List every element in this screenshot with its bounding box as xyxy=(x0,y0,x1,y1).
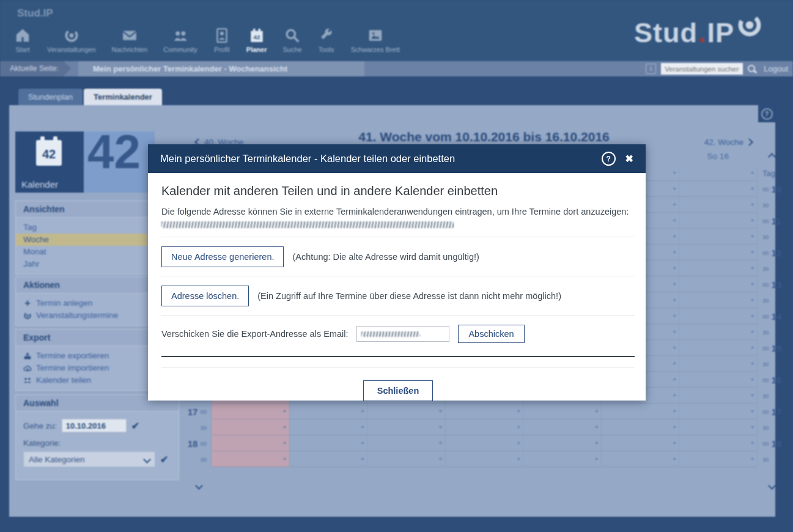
add-appointment-icon[interactable]: + xyxy=(517,424,520,430)
topbar-right: i Logout xyxy=(646,61,788,76)
add-appointment-icon[interactable]: + xyxy=(751,169,754,176)
nav-item-nachrichten[interactable]: Nachrichten xyxy=(104,27,156,53)
goto-date-input[interactable] xyxy=(62,419,127,432)
scroll-up-icon[interactable] xyxy=(768,153,776,161)
course-search-input[interactable] xyxy=(661,63,743,75)
scroll-down-icon[interactable] xyxy=(195,482,203,490)
nav-label: Profil xyxy=(214,46,229,53)
add-appointment-icon[interactable]: + xyxy=(673,392,676,399)
add-appointment-icon[interactable]: + xyxy=(673,312,676,319)
add-appointment-icon[interactable]: + xyxy=(673,217,676,224)
nav-item-veranstaltungen[interactable]: Veranstaltungen xyxy=(39,27,104,53)
add-appointment-icon[interactable]: + xyxy=(673,360,676,367)
add-appointment-icon[interactable]: + xyxy=(282,456,286,462)
add-appointment-icon[interactable]: + xyxy=(673,456,676,462)
add-appointment-icon[interactable]: + xyxy=(438,424,442,430)
add-appointment-icon[interactable]: + xyxy=(751,424,754,430)
add-appointment-icon[interactable]: + xyxy=(751,408,754,415)
add-appointment-icon[interactable]: + xyxy=(751,281,754,287)
add-appointment-icon[interactable]: + xyxy=(594,424,598,430)
seminar-icon xyxy=(63,27,80,44)
add-appointment-icon[interactable]: + xyxy=(751,440,754,446)
tab-terminkalender[interactable]: Terminkalender xyxy=(84,89,162,105)
add-appointment-icon[interactable]: + xyxy=(673,201,676,208)
nav-item-profil[interactable]: Profil xyxy=(205,27,238,53)
add-appointment-icon[interactable]: + xyxy=(673,408,676,415)
add-appointment-icon[interactable]: + xyxy=(751,456,754,462)
add-appointment-icon[interactable]: + xyxy=(751,360,754,367)
close-dialog-button[interactable]: Schließen xyxy=(363,380,433,401)
add-appointment-icon[interactable]: + xyxy=(751,328,754,335)
add-appointment-icon[interactable]: + xyxy=(751,265,754,272)
logout-link[interactable]: Logout xyxy=(764,64,788,73)
add-appointment-icon[interactable]: + xyxy=(751,312,754,319)
add-appointment-icon[interactable]: + xyxy=(438,456,442,462)
email-input[interactable] xyxy=(356,326,449,342)
nav-item-tools[interactable]: Tools xyxy=(310,27,343,53)
add-appointment-icon[interactable]: + xyxy=(673,169,676,176)
add-appointment-icon[interactable]: + xyxy=(673,344,676,351)
add-appointment-icon[interactable]: + xyxy=(751,233,754,240)
search-submit-icon[interactable] xyxy=(748,65,756,73)
add-appointment-icon[interactable]: + xyxy=(751,297,754,303)
add-appointment-icon[interactable]: + xyxy=(517,408,520,415)
email-value-redacted xyxy=(361,331,420,337)
add-appointment-icon[interactable]: + xyxy=(673,281,676,287)
add-appointment-icon[interactable]: + xyxy=(751,376,754,383)
add-appointment-icon[interactable]: + xyxy=(594,440,598,446)
add-appointment-icon[interactable]: + xyxy=(673,376,676,383)
delete-address-button[interactable]: Adresse löschen. xyxy=(161,286,249,306)
site-name: Stud.IP xyxy=(17,7,53,20)
nav-item-start[interactable]: Start xyxy=(6,27,39,53)
add-appointment-icon[interactable]: + xyxy=(751,344,754,351)
next-week-link[interactable]: 42. Woche xyxy=(704,138,752,147)
add-appointment-icon[interactable]: + xyxy=(673,440,676,446)
dialog-body: Kalender mit anderen Teilen und in ander… xyxy=(148,173,646,401)
add-appointment-icon[interactable]: + xyxy=(438,440,442,446)
add-appointment-icon[interactable]: + xyxy=(673,249,676,256)
add-appointment-icon[interactable]: + xyxy=(673,297,676,303)
scroll-down-icon[interactable] xyxy=(768,482,776,490)
category-select[interactable]: Alle Kategorien xyxy=(23,451,155,467)
nav-item-planer[interactable]: 42 Planer xyxy=(238,27,275,53)
nav-item-community[interactable]: Community xyxy=(155,27,205,53)
add-appointment-icon[interactable]: + xyxy=(751,217,754,224)
add-appointment-icon[interactable]: + xyxy=(751,392,754,399)
add-appointment-icon[interactable]: + xyxy=(673,233,676,240)
add-appointment-icon[interactable]: + xyxy=(673,185,676,192)
add-appointment-icon[interactable]: + xyxy=(517,456,520,462)
add-appointment-icon[interactable]: + xyxy=(673,265,676,272)
add-appointment-icon[interactable]: + xyxy=(594,408,598,415)
breadcrumb-prefix: Aktuelle Seite: xyxy=(0,61,64,76)
add-appointment-icon[interactable]: + xyxy=(751,249,754,256)
add-appointment-icon[interactable]: + xyxy=(751,201,754,208)
add-appointment-icon[interactable]: + xyxy=(517,440,520,446)
nav-item-suche[interactable]: Suche xyxy=(275,27,309,53)
export-icon xyxy=(23,352,32,360)
category-apply-icon[interactable]: ✔ xyxy=(160,454,168,465)
add-appointment-icon[interactable]: + xyxy=(673,328,676,335)
close-icon[interactable]: ✖ xyxy=(625,153,633,164)
add-appointment-icon[interactable]: + xyxy=(673,424,676,430)
goto-apply-icon[interactable]: ✔ xyxy=(131,420,139,432)
add-appointment-icon[interactable]: + xyxy=(282,424,286,430)
add-appointment-icon[interactable]: + xyxy=(361,456,364,462)
add-appointment-icon[interactable]: + xyxy=(361,440,364,446)
dialog-help-icon[interactable]: ? xyxy=(602,152,616,166)
send-button[interactable]: Abschicken xyxy=(458,325,524,343)
generate-address-button[interactable]: Neue Adresse generieren. xyxy=(161,246,284,267)
nav-item-schwarzes-brett[interactable]: Schwarzes Brett xyxy=(343,27,408,53)
email-label: Verschicken Sie die Export-Andresse als … xyxy=(161,329,348,339)
add-appointment-icon[interactable]: + xyxy=(594,456,598,462)
add-appointment-icon[interactable]: + xyxy=(282,440,286,446)
add-appointment-icon[interactable]: + xyxy=(282,408,286,415)
tab-stundenplan[interactable]: Stundenplan xyxy=(18,89,83,105)
add-appointment-icon[interactable]: + xyxy=(361,408,364,415)
info-icon[interactable]: i xyxy=(646,64,656,74)
add-appointment-icon[interactable]: + xyxy=(751,185,754,192)
day-header-sunday[interactable]: So 16 xyxy=(679,152,757,161)
add-appointment-icon[interactable]: + xyxy=(438,408,442,415)
profile-icon xyxy=(213,27,231,44)
add-appointment-icon[interactable]: + xyxy=(361,424,364,430)
page-help-button[interactable]: ? xyxy=(758,105,775,122)
